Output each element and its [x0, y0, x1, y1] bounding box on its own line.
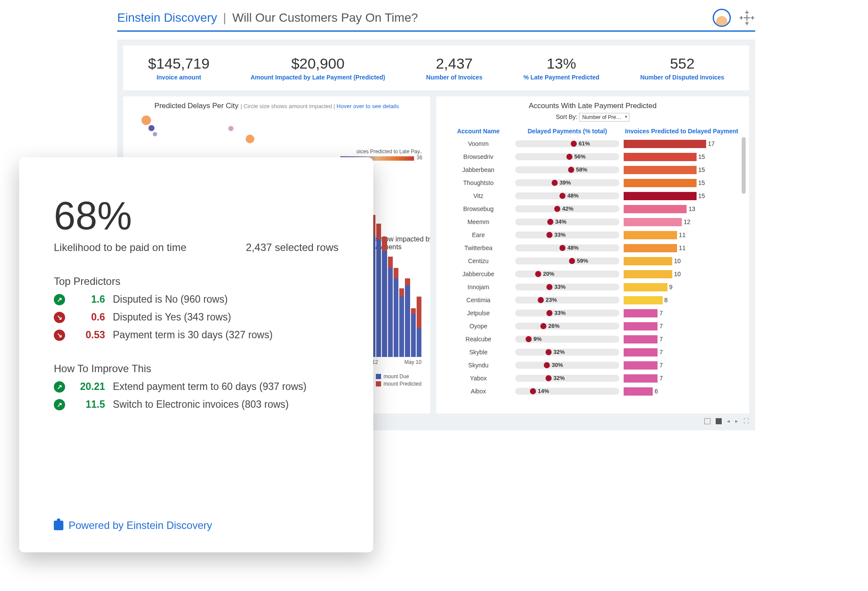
bar-column[interactable] [399, 288, 404, 357]
table-row[interactable]: Centimia23%8 [441, 294, 744, 307]
cell-account-name: Centimia [441, 297, 515, 304]
view-sheet-button[interactable] [716, 418, 722, 424]
arrow-down-icon: ↘ [54, 312, 65, 323]
table-row[interactable]: Voomm61%17 [441, 137, 744, 150]
cell-account-name: Innojam [441, 284, 515, 291]
table-row[interactable]: Browsebug42%13 [441, 202, 744, 215]
predictor-row: ↗1.6Disputed is No (960 rows) [54, 294, 339, 305]
arrow-down-icon: ↘ [54, 330, 65, 341]
header-bar: Einstein Discovery | Will Our Customers … [117, 9, 755, 32]
table-row[interactable]: Meemm34%12 [441, 215, 744, 228]
table-row[interactable]: Skyndu30%7 [441, 359, 744, 372]
next-button[interactable]: ▸ [735, 418, 738, 424]
cell-account-name: Skyndu [441, 362, 515, 369]
map-title: Predicted Delays Per City | Circle size … [128, 102, 425, 110]
cell-account-name: Oyope [441, 323, 515, 330]
map-dot[interactable] [246, 135, 254, 143]
bar-column[interactable] [394, 268, 398, 357]
einstein-avatar-icon[interactable] [713, 9, 731, 27]
bar-column[interactable] [376, 224, 381, 357]
prev-button[interactable]: ◂ [727, 418, 730, 424]
tableau-logo-icon[interactable] [739, 10, 755, 26]
bar-column[interactable] [411, 308, 416, 357]
cell-account-name: Voomm [441, 140, 515, 147]
cell-invoices-bar: 17 [619, 140, 744, 148]
table-row[interactable]: Vitz48%15 [441, 189, 744, 202]
accounts-panel: Accounts With Late Payment Predicted Sor… [436, 96, 749, 413]
map-dot[interactable] [141, 116, 151, 125]
table-row[interactable]: Realcube9%7 [441, 333, 744, 346]
table-row[interactable]: Twitterbea48%11 [441, 241, 744, 254]
brand-text: Einstein Discovery [117, 11, 217, 24]
bar-column[interactable] [382, 237, 387, 357]
cell-invoices-bar: 7 [619, 322, 744, 330]
predictor-value: 1.6 [76, 294, 105, 305]
table-row[interactable]: Centizu59%10 [441, 254, 744, 267]
table-row[interactable]: Thoughtsto39%15 [441, 176, 744, 189]
kpi-label: Number of Invoices [426, 74, 483, 81]
cell-delayed-track: 32% [515, 349, 619, 356]
table-row[interactable]: Browsedriv56%15 [441, 150, 744, 163]
map-viz[interactable] [128, 114, 425, 149]
cell-invoices-bar: 7 [619, 335, 744, 343]
cell-invoices-bar: 9 [619, 283, 744, 291]
header-icons [713, 9, 755, 27]
likelihood-label: Likelihood to be paid on time [54, 241, 187, 254]
predictor-text: Disputed is Yes (343 rows) [113, 311, 231, 323]
table-row[interactable]: Oyope26%7 [441, 320, 744, 333]
cell-invoices-bar: 7 [619, 309, 744, 317]
table-row[interactable]: Jetpulse33%7 [441, 307, 744, 320]
cell-invoices-bar: 10 [619, 270, 744, 278]
kpi-value: 2,437 [426, 55, 483, 72]
predictor-value: 20.21 [76, 381, 105, 393]
map-dot[interactable] [153, 132, 157, 136]
predictor-row: ↗11.5Switch to Electronic invoices (803 … [54, 399, 339, 410]
predictor-row: ↗20.21Extend payment term to 60 days (93… [54, 381, 339, 393]
scrollbar-thumb[interactable] [742, 137, 746, 194]
kpi-value: $20,900 [250, 55, 385, 72]
extension-icon [54, 521, 63, 530]
table-row[interactable]: Jabberbean58%15 [441, 163, 744, 176]
col-delayed-pct[interactable]: Delayed Payments (% total) [515, 128, 619, 135]
cell-invoices-bar: 15 [619, 179, 744, 187]
table-row[interactable]: Jabbercube20%10 [441, 267, 744, 281]
cell-invoices-bar: 11 [619, 231, 744, 239]
cell-account-name: Jabberbean [441, 166, 515, 173]
cell-delayed-track: 14% [515, 388, 619, 395]
map-dot[interactable] [148, 125, 155, 131]
cell-account-name: Centizu [441, 258, 515, 264]
view-thumbnail-button[interactable] [704, 418, 710, 424]
table-row[interactable]: Yabox32%7 [441, 372, 744, 385]
predictor-text: Disputed is No (960 rows) [113, 294, 228, 305]
title-separator: | [223, 11, 226, 24]
table-row[interactable]: Skyble32%7 [441, 346, 744, 359]
cell-delayed-track: 58% [515, 166, 619, 173]
sort-select[interactable]: Number of Pre… [579, 113, 629, 122]
cell-invoices-bar: 7 [619, 361, 744, 370]
powered-by[interactable]: Powered by Einstein Discovery [54, 519, 212, 532]
table-body[interactable]: Voomm61%17Browsedriv56%15Jabberbean58%15… [441, 137, 744, 398]
col-account-name[interactable]: Account Name [441, 128, 515, 135]
predictors-heading: Top Predictors [54, 275, 339, 287]
kpi-label: Number of Disputed Invoices [640, 74, 724, 81]
cell-delayed-track: 42% [515, 205, 619, 212]
cell-delayed-track: 61% [515, 140, 619, 147]
kpi-value: 552 [640, 55, 724, 72]
bar-column[interactable] [417, 297, 421, 357]
table-row[interactable]: Aibox14%6 [441, 385, 744, 398]
cell-account-name: Realcube [441, 336, 515, 343]
fullscreen-button[interactable]: ⛶ [743, 418, 749, 424]
cell-delayed-track: 59% [515, 258, 619, 264]
predictor-row: ↘0.53Payment term is 30 days (327 rows) [54, 329, 339, 341]
table-row[interactable]: Eare33%11 [441, 228, 744, 241]
cashflow-legend: mount Due mount Predicted [376, 372, 421, 387]
kpi-late-pct: 13% % Late Payment Predicted [523, 55, 599, 81]
bar-column[interactable] [388, 257, 393, 357]
cell-delayed-track: 48% [515, 244, 619, 251]
map-dot[interactable] [228, 126, 233, 131]
col-invoices-predicted[interactable]: Invoices Predicted to Delayed Payment [619, 128, 744, 135]
table-row[interactable]: Innojam33%9 [441, 281, 744, 294]
bar-column[interactable] [405, 278, 410, 357]
cell-delayed-track: 39% [515, 179, 619, 186]
page-title: Einstein Discovery | Will Our Customers … [117, 11, 418, 25]
